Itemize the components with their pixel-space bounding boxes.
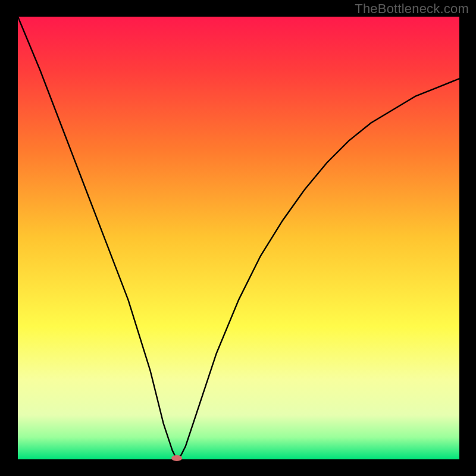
svg-rect-1 [18, 17, 459, 459]
watermark: TheBottleneck.com [355, 1, 469, 17]
bottleneck-chart [0, 0, 476, 476]
optimal-marker [171, 455, 182, 461]
chart-container: TheBottleneck.com [0, 0, 476, 476]
